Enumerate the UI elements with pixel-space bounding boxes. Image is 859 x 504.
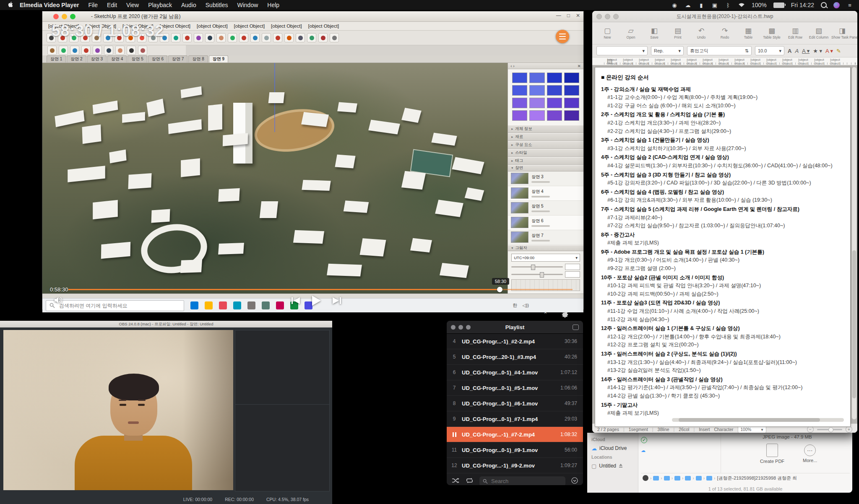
sidebar-item-untitled[interactable]: ▢ Untitled [591, 461, 638, 470]
hwp-toolbar-button[interactable]: ▧ Edit Column [808, 27, 830, 39]
scene-list-item[interactable]: 장면 6 [508, 216, 583, 230]
zoom-out-button[interactable]: − [807, 426, 814, 433]
color-swatch[interactable] [547, 73, 562, 83]
hwp-edit-area[interactable]: ■ 온라인 강의 순서1주 - 강의소개 / 실습 및 재택수업 과제#1-1강… [592, 65, 857, 423]
color-swatch[interactable] [512, 85, 527, 96]
playlist-row[interactable]: 5 UD_CG-Progr...20-1)_#3.mp4 40:26 [447, 349, 583, 365]
scene-list-item[interactable]: 장면 3 [508, 171, 583, 186]
color-swatch[interactable] [564, 73, 579, 83]
hwp-toolbar-button[interactable]: ▥ Edit Row [784, 27, 806, 39]
menu-playback[interactable]: Playback [148, 2, 172, 8]
scene-thumbnail[interactable] [511, 187, 528, 199]
folder-icon[interactable] [674, 476, 680, 481]
document-line[interactable]: #11-2강 과제 실습(04:30~) [601, 316, 850, 324]
taskbar-app-icon[interactable] [262, 301, 270, 309]
obs-status-icon[interactable]: ◉ [671, 2, 678, 8]
color-swatch[interactable] [512, 110, 527, 121]
sketchup-tool-icon[interactable] [138, 46, 147, 55]
sketchup-tool-icon[interactable] [182, 33, 192, 42]
scene-tab[interactable]: 장면 2 [67, 55, 86, 62]
timezone-dropdown[interactable]: UTC+09:00▾ [511, 254, 580, 262]
obs-title-bar[interactable]: OBS 24.0.8 (mac) - 프로파일: Untitled - 장면: … [0, 321, 332, 327]
scene-tab[interactable]: 장면 7 [168, 55, 187, 62]
scene-tab[interactable]: 장면 4 [107, 55, 127, 62]
highlight-button[interactable]: ✎ [836, 48, 841, 54]
scene-thumbnail[interactable] [511, 217, 528, 228]
playlist-row[interactable]: 11 UD_CG-Progr...0-1)_#9-1.mov 56:00 [447, 442, 583, 458]
color-swatch[interactable] [529, 110, 544, 121]
taskbar-app-icon[interactable] [247, 301, 255, 309]
menu-audio[interactable]: Audio [181, 2, 196, 8]
color-swatch[interactable] [547, 98, 562, 108]
document-line[interactable]: 3주 - 스케치업 실습 1 (건물만들기 / 실습 영상) [601, 136, 850, 145]
wifi-icon[interactable] [738, 2, 745, 8]
sketchup-menu-item[interactable]: [object Object] [234, 23, 265, 29]
hwp-toolbar-button[interactable]: ◨ Show Task Pane [831, 27, 853, 39]
zoom-traffic-light[interactable] [70, 14, 75, 19]
italic-button[interactable]: A [795, 48, 799, 54]
spotlight-icon[interactable] [821, 2, 827, 8]
sketchup-tool-icon[interactable] [171, 33, 180, 42]
tray-section-header[interactable]: ▸구성 요소 [508, 141, 583, 149]
document-line[interactable]: #13-2강 실습2(일러 분석도 작업)(1:50~) [601, 366, 850, 375]
playlist-row[interactable]: UD_CG-Progr...-1)_#7-2.mp4 1:08:32 [447, 427, 583, 442]
create-pdf-button[interactable]: Create PDF [760, 444, 784, 464]
notification-center-icon[interactable]: ≡ [846, 2, 853, 8]
sketchup-tool-icon[interactable] [307, 33, 316, 42]
sketchup-tool-icon[interactable] [284, 33, 294, 42]
font-color-button[interactable]: A ▾ [825, 48, 833, 54]
scene-tab[interactable]: 장면 3 [87, 55, 107, 62]
document-page[interactable]: ■ 온라인 강의 순서1주 - 강의소개 / 실습 및 재택수업 과제#1-1강… [595, 67, 851, 427]
document-line[interactable]: ■ 온라인 강의 순서 [601, 73, 850, 82]
sketchup-3d-viewport[interactable] [42, 63, 508, 294]
track-name[interactable]: UD_CG-Progr...20-1)_#3.mp4 [462, 354, 565, 360]
elmedia-menu-button[interactable] [556, 30, 569, 43]
hwp-toolbar-button[interactable]: ▱ Open [620, 27, 642, 39]
scrollbar-thumb[interactable] [852, 250, 856, 398]
hwp-toolbar-button[interactable]: ▦ Table [737, 27, 759, 39]
color-swatch[interactable] [564, 85, 579, 96]
document-line[interactable]: 11주 - 포토샵 실습3 (도면 작업 2D&3D / 실습 영상) [601, 299, 850, 307]
document-line[interactable]: 14주 - 일러스트레이터 실습 3 (판넬작업 / 실습 영상) [601, 376, 850, 384]
document-line[interactable]: 2주 - 스케치업 개요 및 활용 / 스케치업 실습 (기본 툴) [601, 111, 850, 119]
scene-thumbnail[interactable] [511, 202, 528, 213]
horizontal-scrollbar[interactable] [672, 418, 844, 422]
hwp-toolbar-button[interactable]: ▤ Print [667, 27, 689, 39]
tray-volume-icon[interactable]: ◁)) [522, 303, 529, 308]
color-swatch[interactable] [564, 110, 579, 121]
menu-subtitles[interactable]: Subtitles [206, 2, 228, 8]
sketchup-tool-icon[interactable] [250, 33, 260, 42]
menu-window[interactable]: Window [237, 2, 258, 8]
pip-window-icon[interactable] [573, 325, 579, 330]
hwp-toolbar-button[interactable]: ↶ Undo [690, 27, 712, 39]
color-swatch[interactable] [512, 98, 527, 108]
text-effect-button[interactable]: ★ ▾ [813, 48, 822, 54]
taskbar-app-icon[interactable] [190, 301, 198, 309]
close-traffic-light[interactable] [53, 14, 59, 19]
zoom-slider[interactable] [817, 429, 842, 430]
more-button[interactable]: ⋯ More... [803, 444, 817, 463]
document-line[interactable]: #5-1강 강의자료(3:20~) / CAD 파일(13:00~) / 3D … [601, 179, 850, 187]
sketchup-tool-icon[interactable] [70, 46, 79, 55]
sketchup-menu-item[interactable]: [object Object] [197, 23, 228, 29]
document-line[interactable]: #14-2강 판넬 실습(1:30~) / 학기 클로징 (45:30~) [601, 392, 850, 400]
windows-search-box[interactable] [46, 300, 184, 311]
sketchup-tool-icon[interactable] [127, 46, 136, 55]
play-button[interactable] [311, 295, 321, 308]
color-swatch[interactable] [529, 85, 544, 96]
hwp-toolbar-button[interactable]: ▢ New [596, 27, 618, 39]
video-progress-bar[interactable]: 58:30 [68, 289, 573, 290]
taskbar-app-icon[interactable] [219, 301, 227, 309]
color-swatch[interactable] [547, 110, 562, 121]
sketchup-tool-icon[interactable] [194, 33, 203, 42]
webcam-preview[interactable] [3, 330, 233, 490]
sidebar-item-icloud-drive[interactable]: ☁ iCloud Drive [591, 444, 638, 453]
shadow-time-slider[interactable] [511, 264, 580, 269]
slider-knob[interactable] [531, 265, 535, 270]
shuffle-icon[interactable] [452, 478, 460, 485]
hwp-toolbar-button[interactable]: ◧ Save [643, 27, 665, 39]
menu-view[interactable]: View [126, 2, 139, 8]
document-line[interactable]: #1-2강 구글 어스 실습 (6:00~) / 해외 도시 소개(10:00~… [601, 102, 850, 110]
scenes-panel-header[interactable]: ▾장면 [508, 165, 583, 171]
scene-thumbnail[interactable] [511, 231, 528, 243]
